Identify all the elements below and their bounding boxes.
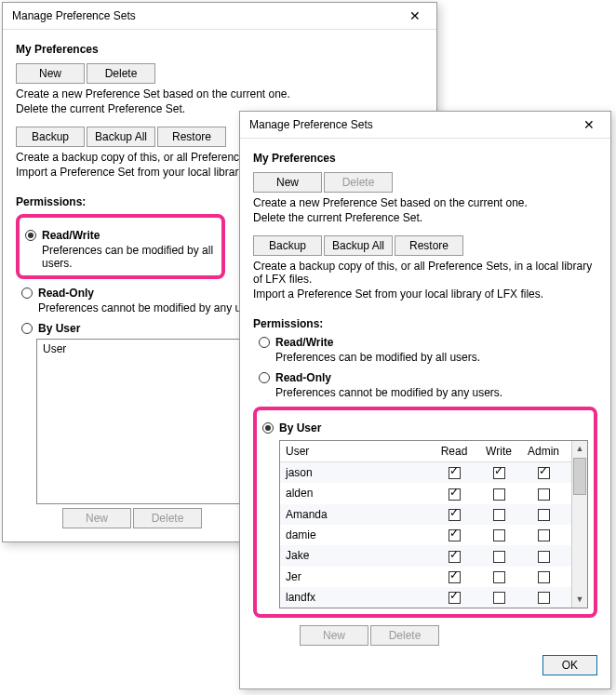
user-new-button[interactable]: New: [62, 508, 131, 528]
write-checkbox[interactable]: [493, 571, 505, 583]
read-checkbox[interactable]: [449, 571, 461, 583]
radio-read-only[interactable]: [21, 287, 33, 299]
permissions-label: Permissions:: [253, 317, 597, 330]
close-icon[interactable]: ✕: [401, 8, 429, 23]
table-row[interactable]: Jer: [280, 567, 571, 587]
write-checkbox[interactable]: [493, 592, 505, 604]
read-checkbox[interactable]: [449, 467, 461, 479]
read-checkbox[interactable]: [449, 488, 461, 501]
radio-read-write[interactable]: [259, 337, 270, 348]
read-checkbox[interactable]: [449, 592, 461, 604]
write-checkbox[interactable]: [493, 529, 505, 541]
backup-button[interactable]: Backup: [253, 235, 322, 256]
restore-button[interactable]: Restore: [157, 127, 226, 147]
col-admin: Admin: [521, 445, 566, 458]
table-row[interactable]: alden: [280, 483, 571, 503]
admin-checkbox[interactable]: [538, 467, 550, 479]
col-user: User: [286, 445, 432, 458]
radio-read-write-label: Read/Write: [275, 336, 333, 349]
close-icon[interactable]: ✕: [575, 117, 603, 132]
user-cell: jason: [286, 466, 432, 479]
user-cell: Jake: [286, 549, 432, 562]
write-checkbox[interactable]: [493, 551, 505, 563]
user-delete-button[interactable]: Delete: [370, 625, 439, 646]
write-checkbox[interactable]: [493, 467, 505, 479]
write-checkbox[interactable]: [493, 488, 505, 501]
help-delete: Delete the current Preference Set.: [253, 211, 597, 224]
admin-checkbox[interactable]: [538, 509, 550, 521]
section-my-preferences: My Preferences: [253, 152, 597, 165]
radio-by-user[interactable]: [262, 422, 274, 434]
highlight-by-user: By User UserReadWriteAdminjasonaldenAman…: [253, 407, 597, 618]
admin-checkbox[interactable]: [538, 551, 550, 563]
user-cell: alden: [286, 487, 432, 500]
restore-button[interactable]: Restore: [395, 235, 463, 256]
new-button[interactable]: New: [16, 63, 85, 84]
ok-button[interactable]: OK: [542, 655, 597, 675]
help-backup: Create a backup copy of this, or all Pre…: [253, 260, 597, 286]
read-checkbox[interactable]: [449, 551, 461, 563]
new-button[interactable]: New: [253, 172, 322, 193]
window-title: Manage Preference Sets: [12, 9, 136, 22]
user-cell: Amanda: [286, 508, 432, 521]
radio-by-user-label: By User: [279, 421, 321, 434]
write-checkbox[interactable]: [493, 509, 505, 521]
radio-read-write-sub: Preferences can be modified by all users…: [275, 351, 597, 364]
help-new: Create a new Preference Set based on the…: [16, 87, 423, 100]
backup-all-button[interactable]: Backup All: [87, 127, 155, 147]
titlebar: Manage Preference Sets ✕: [240, 112, 610, 139]
col-read: Read: [432, 445, 476, 458]
user-cell: Jer: [286, 570, 432, 583]
admin-checkbox[interactable]: [538, 488, 550, 501]
radio-read-write[interactable]: [25, 230, 36, 241]
delete-button[interactable]: Delete: [324, 172, 393, 193]
radio-read-only-label: Read-Only: [275, 371, 331, 384]
scrollbar[interactable]: ▲ ▼: [571, 441, 587, 608]
user-cell: damie: [286, 528, 432, 541]
radio-by-user-label: By User: [38, 322, 80, 335]
radio-read-only-sub: Preferences cannot be modified by any us…: [275, 386, 597, 399]
radio-read-only[interactable]: [259, 372, 270, 383]
dialog-manage-prefs-2: Manage Preference Sets ✕ My Preferences …: [239, 111, 611, 689]
user-new-button[interactable]: New: [300, 625, 368, 646]
window-title: Manage Preference Sets: [249, 118, 373, 131]
user-delete-button[interactable]: Delete: [133, 508, 202, 528]
radio-read-write-sub: Preferences can be modified by all users…: [42, 244, 216, 270]
table-row[interactable]: damie: [280, 525, 571, 545]
admin-checkbox[interactable]: [538, 571, 550, 583]
table-row[interactable]: landfx: [280, 587, 571, 608]
user-table: UserReadWriteAdminjasonaldenAmandadamieJ…: [279, 440, 588, 608]
read-checkbox[interactable]: [449, 529, 461, 541]
highlight-read-write: Read/Write Preferences can be modified b…: [16, 214, 225, 279]
help-new: Create a new Preference Set based on the…: [253, 196, 597, 209]
admin-checkbox[interactable]: [538, 529, 550, 541]
backup-all-button[interactable]: Backup All: [324, 235, 393, 256]
admin-checkbox[interactable]: [538, 592, 550, 604]
col-write: Write: [476, 445, 521, 458]
delete-button[interactable]: Delete: [87, 63, 155, 84]
user-cell: landfx: [286, 591, 432, 604]
help-import: Import a Preference Set from your local …: [253, 287, 597, 301]
read-checkbox[interactable]: [449, 509, 461, 521]
titlebar: Manage Preference Sets ✕: [3, 3, 436, 30]
backup-button[interactable]: Backup: [16, 127, 85, 147]
radio-by-user[interactable]: [21, 323, 33, 334]
radio-read-only-label: Read-Only: [38, 287, 94, 300]
scroll-down-icon[interactable]: ▼: [572, 592, 587, 608]
scroll-up-icon[interactable]: ▲: [572, 441, 587, 457]
table-row[interactable]: Amanda: [280, 504, 571, 525]
table-row[interactable]: Jake: [280, 545, 571, 566]
table-row[interactable]: jason: [280, 462, 571, 483]
scroll-thumb[interactable]: [573, 458, 586, 495]
radio-read-write-label: Read/Write: [42, 229, 100, 242]
section-my-preferences: My Preferences: [16, 43, 423, 56]
